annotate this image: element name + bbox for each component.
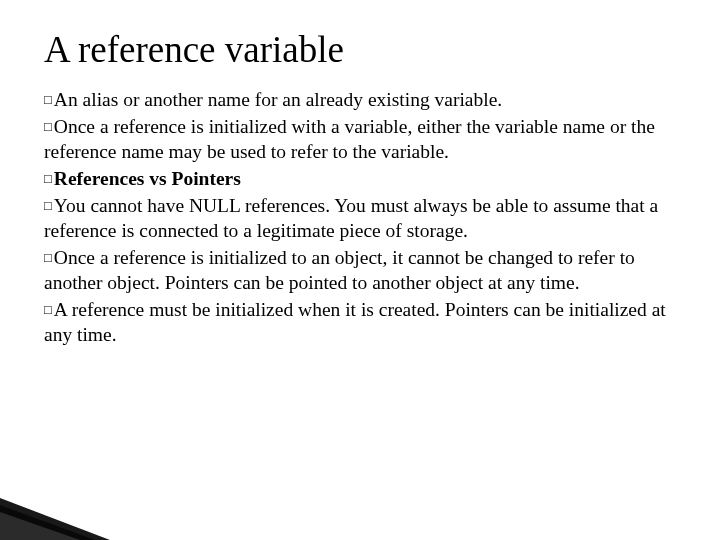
bullet-rest: a reference is initialized to an object,… — [44, 247, 635, 293]
bullet-item: □Once a reference is initialized to an o… — [44, 246, 684, 296]
bullet-item: □Once a reference is initialized with a … — [44, 115, 684, 165]
bullet-item: □You cannot have NULL references. You mu… — [44, 194, 684, 244]
bullet-lead: Once — [54, 247, 95, 268]
corner-decoration-icon — [0, 460, 120, 540]
bullet-lead: You — [54, 195, 86, 216]
slide-title: A reference variable — [44, 28, 344, 71]
bullet-item: □A reference must be initialized when it… — [44, 298, 684, 348]
svg-marker-1 — [0, 498, 110, 540]
bullet-square-icon: □ — [44, 302, 52, 317]
slide-body: □An alias or another name for an already… — [44, 88, 684, 350]
bullet-lead: A — [54, 299, 67, 320]
bullet-rest: cannot have NULL references. You must al… — [44, 195, 658, 241]
bullet-lead: References — [54, 168, 145, 189]
bullet-item: □References vs Pointers — [44, 167, 684, 192]
bullet-lead: Once — [54, 116, 95, 137]
bullet-lead: An — [54, 89, 78, 110]
slide: A reference variable □An alias or anothe… — [0, 0, 720, 540]
bullet-square-icon: □ — [44, 92, 52, 107]
bullet-rest: reference must be initialized when it is… — [44, 299, 666, 345]
bullet-square-icon: □ — [44, 198, 52, 213]
bullet-square-icon: □ — [44, 171, 52, 186]
svg-marker-2 — [0, 512, 80, 540]
bullet-rest: alias or another name for an already exi… — [78, 89, 503, 110]
svg-marker-0 — [0, 505, 95, 540]
bullet-rest: a reference is initialized with a variab… — [44, 116, 655, 162]
bullet-square-icon: □ — [44, 250, 52, 265]
bullet-square-icon: □ — [44, 119, 52, 134]
bullet-item: □An alias or another name for an already… — [44, 88, 684, 113]
bullet-rest: vs Pointers — [144, 168, 240, 189]
